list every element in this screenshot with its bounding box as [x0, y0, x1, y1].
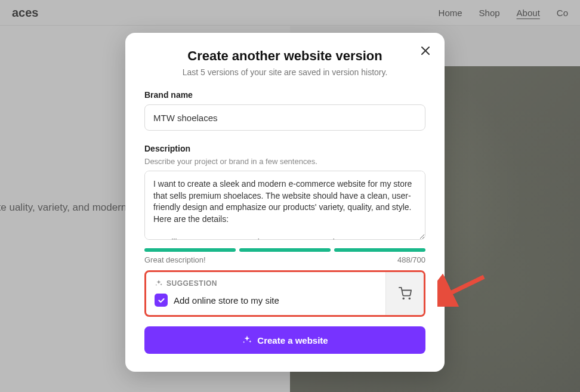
- cart-icon: [399, 287, 412, 300]
- sparkle-icon: [242, 335, 252, 345]
- suggestion-label: SUGGESTION: [166, 279, 217, 288]
- check-icon: [158, 297, 165, 304]
- svg-point-0: [403, 298, 404, 299]
- suggestion-icon-box: [385, 272, 424, 315]
- svg-point-1: [409, 298, 410, 299]
- strength-seg-2: [239, 248, 331, 252]
- brand-name-group: Brand name: [144, 90, 425, 131]
- description-hint: Describe your project or brand in a few …: [144, 157, 425, 166]
- modal-subtitle: Last 5 versions of your site are saved i…: [144, 67, 425, 77]
- close-button[interactable]: [418, 44, 433, 58]
- suggestion-row[interactable]: Add online store to my site: [155, 294, 377, 307]
- sparkle-icon: [155, 279, 163, 288]
- description-group: Description Describe your project or bra…: [144, 144, 425, 264]
- brand-name-input[interactable]: [144, 104, 425, 131]
- description-meta: Great description! 488/700: [144, 255, 425, 264]
- create-website-button[interactable]: Create a website: [144, 326, 425, 354]
- suggestion-main: SUGGESTION Add online store to my site: [146, 272, 385, 315]
- description-textarea[interactable]: [144, 171, 425, 240]
- suggestion-header: SUGGESTION: [155, 279, 377, 288]
- strength-seg-1: [144, 248, 236, 252]
- brand-name-label: Brand name: [144, 90, 425, 100]
- suggestion-checkbox[interactable]: [155, 294, 168, 307]
- modal-title: Create another website version: [144, 48, 425, 64]
- char-counter: 488/700: [397, 255, 425, 264]
- create-version-modal: Create another website version Last 5 ve…: [125, 33, 445, 372]
- suggestion-text: Add online store to my site: [174, 295, 279, 305]
- description-label: Description: [144, 144, 425, 153]
- description-strength: [144, 248, 425, 252]
- suggestion-box: SUGGESTION Add online store to my site: [144, 270, 425, 317]
- close-icon: [421, 47, 430, 55]
- description-feedback: Great description!: [144, 255, 206, 264]
- strength-seg-3: [334, 248, 425, 252]
- create-button-label: Create a website: [257, 335, 328, 345]
